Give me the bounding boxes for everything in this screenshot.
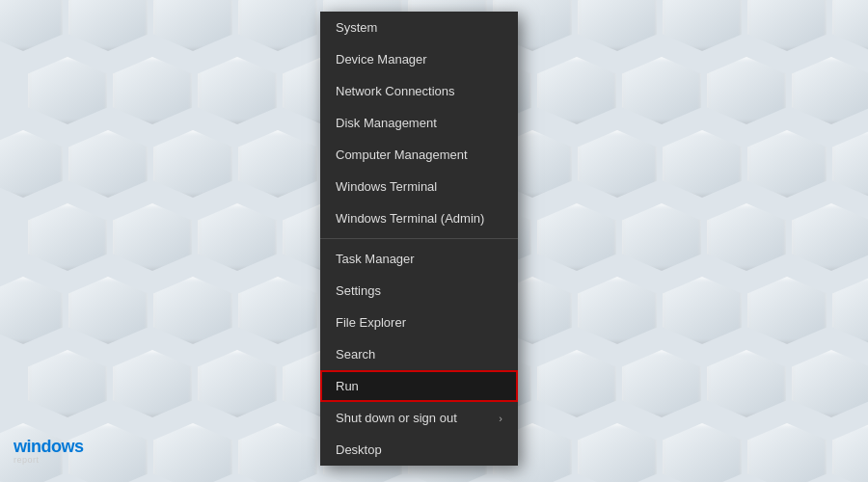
menu-label-network-connections: Network Connections <box>336 84 455 98</box>
hex-cell <box>198 350 277 417</box>
hex-cell <box>747 423 827 482</box>
hex-cell <box>622 203 701 271</box>
hex-cell <box>537 203 616 271</box>
hex-cell <box>663 277 742 344</box>
hex-cell <box>622 57 701 124</box>
hex-cell <box>832 277 868 344</box>
menu-label-windows-terminal: Windows Terminal <box>336 179 437 194</box>
menu-label-file-explorer: File Explorer <box>336 315 406 330</box>
hex-cell <box>153 423 232 482</box>
menu-label-search: Search <box>336 347 375 362</box>
menu-item-windows-terminal[interactable]: Windows Terminal <box>320 171 518 202</box>
hex-cell <box>113 57 192 124</box>
submenu-arrow-icon: › <box>499 413 502 424</box>
hex-cell <box>28 57 107 124</box>
hex-cell <box>792 57 868 124</box>
hex-cell <box>28 350 107 417</box>
menu-separator <box>320 238 518 239</box>
hex-cell <box>68 277 148 344</box>
hex-cell <box>792 350 868 417</box>
menu-item-shut-down[interactable]: Shut down or sign out› <box>320 402 518 434</box>
hex-cell <box>153 130 232 198</box>
hex-cell <box>792 203 868 271</box>
hex-cell <box>0 130 63 198</box>
hex-cell <box>68 130 148 198</box>
hex-cell <box>832 0 868 51</box>
hex-cell <box>537 57 616 124</box>
hex-cell <box>28 203 107 271</box>
hex-cell <box>238 277 317 344</box>
menu-item-system[interactable]: System <box>320 12 518 43</box>
menu-label-shut-down: Shut down or sign out <box>336 411 457 425</box>
hex-cell <box>747 130 827 198</box>
menu-item-task-manager[interactable]: Task Manager <box>320 243 518 275</box>
hex-cell <box>663 0 742 51</box>
hex-cell <box>832 423 868 482</box>
hex-cell <box>198 57 277 124</box>
menu-item-device-manager[interactable]: Device Manager <box>320 43 518 75</box>
hex-cell <box>578 423 657 482</box>
hex-cell <box>747 0 827 51</box>
menu-label-desktop: Desktop <box>336 442 382 457</box>
menu-item-disk-management[interactable]: Disk Management <box>320 107 518 139</box>
menu-label-disk-management: Disk Management <box>336 116 437 130</box>
logo-w: windows <box>14 437 84 456</box>
hex-cell <box>663 423 742 482</box>
menu-item-search[interactable]: Search <box>320 338 518 370</box>
hex-cell <box>707 203 786 271</box>
logo-subtitle: report <box>14 455 84 465</box>
hex-cell <box>238 423 317 482</box>
hex-cell <box>153 277 232 344</box>
menu-item-windows-terminal-admin[interactable]: Windows Terminal (Admin) <box>320 202 518 234</box>
menu-label-windows-terminal-admin: Windows Terminal (Admin) <box>336 211 484 226</box>
hex-cell <box>832 130 868 198</box>
windows-logo: windows report <box>14 437 84 465</box>
hex-cell <box>113 350 192 417</box>
hex-cell <box>622 350 701 417</box>
hex-cell <box>707 350 786 417</box>
hex-cell <box>0 277 63 344</box>
menu-label-run: Run <box>336 379 359 393</box>
menu-item-file-explorer[interactable]: File Explorer <box>320 307 518 338</box>
menu-item-settings[interactable]: Settings <box>320 275 518 307</box>
hex-cell <box>113 203 192 271</box>
hex-cell <box>578 0 657 51</box>
context-menu: SystemDevice ManagerNetwork ConnectionsD… <box>320 12 518 466</box>
hex-cell <box>537 350 616 417</box>
hex-cell <box>198 203 277 271</box>
menu-item-run[interactable]: Run <box>320 370 518 402</box>
menu-label-task-manager: Task Manager <box>336 252 415 266</box>
hex-cell <box>663 130 742 198</box>
hex-cell <box>0 0 63 51</box>
hex-cell <box>747 277 827 344</box>
hex-cell <box>238 0 317 51</box>
menu-item-desktop[interactable]: Desktop <box>320 434 518 466</box>
hex-cell <box>238 130 317 198</box>
hex-cell <box>578 130 657 198</box>
menu-label-device-manager: Device Manager <box>336 52 427 67</box>
menu-label-computer-management: Computer Management <box>336 147 468 162</box>
hex-cell <box>68 0 148 51</box>
hex-cell <box>707 57 786 124</box>
menu-item-computer-management[interactable]: Computer Management <box>320 139 518 171</box>
menu-label-system: System <box>336 20 377 35</box>
menu-label-settings: Settings <box>336 283 381 298</box>
hex-cell <box>153 0 232 51</box>
menu-item-network-connections[interactable]: Network Connections <box>320 75 518 107</box>
hex-cell <box>578 277 657 344</box>
